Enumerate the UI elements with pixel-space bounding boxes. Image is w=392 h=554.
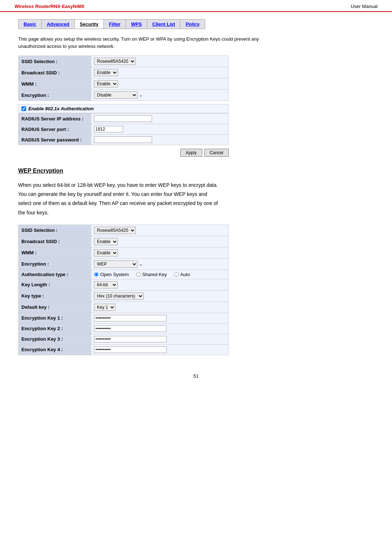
wep-form-table: SSID Selection : Rosewill5A5420 Broadcas… (18, 225, 229, 355)
tab-filter[interactable]: Filter (104, 20, 126, 29)
wep-desc-line4: the four keys. (18, 210, 49, 216)
wep-broadcast-cell: Enable (91, 236, 229, 247)
enable-802-checkbox[interactable] (21, 106, 26, 111)
wep-broadcast-select[interactable]: Enable (94, 238, 118, 245)
auth-type-row: Authentication type : Open System Shared… (19, 270, 229, 279)
radius-password-cell (91, 135, 229, 145)
encryption-select[interactable]: Disable WEP WPA (94, 91, 138, 99)
ssid-select[interactable]: Rosewill5A5420 (94, 58, 136, 65)
enc-key4-input[interactable] (94, 346, 167, 353)
auth-open-label: Open System (94, 272, 129, 277)
tab-policy[interactable]: Policy (180, 20, 204, 29)
auth-type-cell: Open System Shared Key Auto (91, 270, 229, 279)
tab-advanced[interactable]: Advanced (42, 20, 75, 29)
radius-ip-label: RADIUS Server IP address : (19, 114, 91, 124)
enc-key1-label: Encryption Key 1 : (19, 313, 91, 323)
model-name: RNX-EasyN400 (50, 4, 84, 9)
enc-key2-row: Encryption Key 2 : (19, 323, 229, 334)
enc-key4-cell (91, 344, 229, 355)
auth-open-radio[interactable] (94, 272, 99, 277)
wep-ssid-select[interactable]: Rosewill5A5420 (94, 227, 136, 234)
key-type-select[interactable]: Hex (10 characters) ASCII (5 characters) (94, 292, 144, 300)
ssid-row: SSID Selection : Rosewill5A5420 (19, 56, 229, 67)
wmm-row: WMM : Enable (19, 78, 229, 90)
auth-radio-group: Open System Shared Key Auto (94, 272, 225, 277)
auth-auto-label: Auto (174, 272, 190, 277)
ssid-cell: Rosewill5A5420 (91, 56, 229, 67)
enable-802-label: Enable 802.1x Authentication (28, 106, 94, 111)
radius-port-cell (91, 124, 229, 135)
wep-wmm-select[interactable]: Enable (94, 249, 118, 257)
enc-key1-cell (91, 313, 229, 323)
wmm-label: WMM : (19, 78, 91, 90)
auth-shared-label: Shared Key (136, 272, 167, 277)
radius-ip-cell (91, 114, 229, 124)
enc-key4-label: Encryption Key 4 : (19, 344, 91, 355)
key-length-row: Key Length : 64-bit 128-bit (19, 279, 229, 290)
encryption-row: Encryption : Disable WEP WPA ⌄ (19, 90, 229, 101)
tab-security[interactable]: Security (75, 20, 104, 29)
key-length-label: Key Length : (19, 279, 91, 290)
wep-description: When you select 64-bit or 128-bit WEP ke… (18, 181, 279, 217)
enc-key2-label: Encryption Key 2 : (19, 323, 91, 334)
radius-password-input[interactable] (94, 136, 152, 143)
wep-ssid-label: SSID Selection : (19, 225, 91, 236)
enable-802-row: Enable 802.1x Authentication (18, 104, 229, 113)
enc-key3-row: Encryption Key 3 : (19, 334, 229, 344)
enc-key3-input[interactable] (94, 336, 167, 342)
brand-name: Wireless Router (15, 4, 50, 9)
wep-encryption-label: Encryption : (19, 258, 91, 270)
ssid-label: SSID Selection : (19, 56, 91, 67)
radius-port-input[interactable] (94, 126, 123, 132)
broadcast-label: Broadcast SSID : (19, 67, 91, 78)
apply-button[interactable]: Apply (180, 149, 202, 157)
key-type-row: Key type : Hex (10 characters) ASCII (5 … (19, 290, 229, 301)
page-header: Wireless RouterRNX-EasyN400 User Manual (0, 0, 392, 12)
enc-key2-input[interactable] (94, 325, 167, 332)
wep-wmm-label: WMM : (19, 247, 91, 258)
wmm-select[interactable]: Enable (94, 80, 118, 87)
radius-ip-input[interactable] (94, 115, 152, 122)
wep-section-title: WEP Encryption (18, 168, 374, 174)
broadcast-row: Broadcast SSID : Enable (19, 67, 229, 78)
wep-encryption-row: Encryption : WEP Disable WPA ⌄ (19, 258, 229, 270)
radius-port-label: RADIUS Server port : (19, 124, 91, 135)
wep-encryption-cell: WEP Disable WPA ⌄ (91, 258, 229, 270)
enc-key3-label: Encryption Key 3 : (19, 334, 91, 344)
auth-auto-text: Auto (180, 272, 190, 277)
key-length-select[interactable]: 64-bit 128-bit (94, 281, 118, 288)
key-length-cell: 64-bit 128-bit (91, 279, 229, 290)
tab-basic[interactable]: Basic (19, 20, 42, 29)
default-key-cell: Key 1 Key 2 Key 3 Key 4 (91, 301, 229, 313)
tab-wps[interactable]: WPS (126, 20, 147, 29)
auth-auto-radio[interactable] (174, 272, 179, 277)
top-form-buttons: Apply Cancel (18, 149, 229, 157)
wmm-cell: Enable (91, 78, 229, 90)
radius-password-label: RADIUS Server password : (19, 135, 91, 145)
cancel-button[interactable]: Cancel (204, 149, 229, 157)
default-key-select[interactable]: Key 1 Key 2 Key 3 Key 4 (94, 304, 115, 311)
auth-shared-radio[interactable] (136, 272, 141, 277)
page-number: 51 (0, 366, 392, 386)
page-description: This page allows you setup the wireless … (18, 36, 272, 50)
wep-broadcast-row: Broadcast SSID : Enable (19, 236, 229, 247)
encryption-label: Encryption : (19, 90, 91, 101)
radius-port-row: RADIUS Server port : (19, 124, 229, 135)
wep-encryption-select[interactable]: WEP Disable WPA (94, 260, 138, 268)
enc-key1-row: Encryption Key 1 : (19, 313, 229, 323)
tab-client-list[interactable]: Client List (147, 20, 181, 29)
wep-desc-line3: select one of them as a default key. The… (18, 200, 218, 206)
encryption-cell: Disable WEP WPA ⌄ (91, 90, 229, 101)
broadcast-cell: Enable (91, 67, 229, 78)
nav-tabs: Basic Advanced Security Filter WPS Clien… (18, 19, 205, 29)
radius-form-table: RADIUS Server IP address : RADIUS Server… (18, 113, 229, 145)
default-key-row: Default key : Key 1 Key 2 Key 3 Key 4 (19, 301, 229, 313)
brand-title: Wireless RouterRNX-EasyN400 (15, 4, 84, 9)
enc-key1-input[interactable] (94, 315, 167, 321)
wep-wmm-cell: Enable (91, 247, 229, 258)
broadcast-select[interactable]: Enable (94, 69, 118, 76)
auth-shared-text: Shared Key (142, 272, 167, 277)
wep-desc-line2: You can generate the key by yourself and… (18, 191, 207, 197)
radius-ip-row: RADIUS Server IP address : (19, 114, 229, 124)
auth-type-label: Authentication type : (19, 270, 91, 279)
